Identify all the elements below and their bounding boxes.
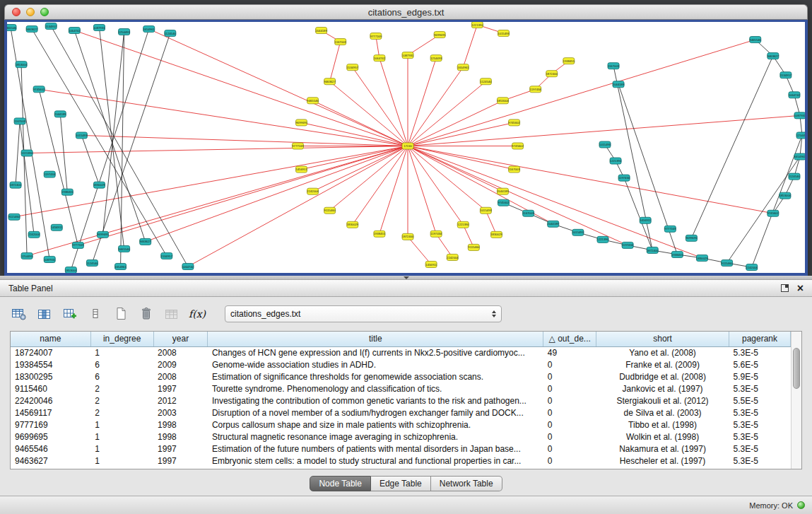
citation-edge-red[interactable] bbox=[330, 146, 408, 210]
graph-node[interactable]: 2242004 bbox=[746, 264, 758, 270]
graph-node[interactable]: 9699695 bbox=[295, 119, 307, 126]
graph-node[interactable]: 1064742 bbox=[69, 28, 81, 34]
graph-node[interactable]: 9699695 bbox=[434, 32, 446, 38]
graph-node[interactable]: 1872400 bbox=[647, 247, 659, 253]
scrollbar-thumb[interactable] bbox=[793, 348, 800, 389]
column-header-name[interactable]: name bbox=[11, 332, 90, 346]
function-builder-button[interactable]: f(x) bbox=[188, 305, 206, 322]
graph-node[interactable]: 1197434 bbox=[618, 175, 630, 181]
graph-node[interactable]: 1221390 bbox=[471, 22, 483, 28]
column-header-pagerank[interactable]: pagerank bbox=[729, 332, 791, 346]
graph-node[interactable]: 9465546 bbox=[118, 245, 130, 252]
graph-node[interactable]: 1534957 bbox=[45, 23, 57, 30]
graph-node[interactable]: 1087931 bbox=[93, 25, 105, 31]
citation-edge-red[interactable] bbox=[146, 146, 408, 241]
graph-node[interactable]: 1654961 bbox=[457, 64, 469, 71]
citation-edge-black[interactable] bbox=[99, 28, 124, 249]
graph-node[interactable]: 1064742 bbox=[374, 55, 386, 62]
graph-node[interactable]: 1872400 bbox=[546, 71, 558, 77]
citation-edge-black[interactable] bbox=[21, 64, 27, 256]
citation-edge-black[interactable] bbox=[60, 114, 67, 192]
citation-edge-red[interactable] bbox=[330, 81, 408, 146]
citation-edge-red[interactable] bbox=[301, 122, 408, 146]
graph-node[interactable]: 9777169 bbox=[370, 33, 382, 40]
graph-node[interactable]: 2044189 bbox=[315, 28, 327, 34]
citation-edge-black[interactable] bbox=[102, 32, 124, 235]
graph-node[interactable]: 9463627 bbox=[767, 53, 779, 59]
graph-node[interactable]: 1254493 bbox=[430, 55, 442, 62]
graph-node[interactable]: 1167003 bbox=[14, 118, 26, 124]
table-row[interactable]: 1938455462009Genome-wide association stu… bbox=[11, 358, 791, 370]
graph-node[interactable]: 1853004 bbox=[497, 98, 509, 104]
citation-edge-red[interactable] bbox=[149, 29, 408, 146]
citation-edge-red[interactable] bbox=[408, 58, 436, 146]
graph-node[interactable]: 2242004 bbox=[307, 188, 319, 194]
table-row[interactable]: 911546021997Tourette syndrome. Phenomeno… bbox=[11, 382, 791, 395]
graph-node[interactable]: 1197434 bbox=[622, 242, 634, 248]
graph-node[interactable]: 1456911 bbox=[51, 224, 63, 230]
citation-edge-black[interactable] bbox=[81, 135, 99, 185]
citation-edge-red[interactable] bbox=[463, 25, 477, 67]
graph-node[interactable]: 1124540 bbox=[165, 30, 177, 37]
graph-node[interactable]: 1853004 bbox=[65, 267, 77, 273]
tab-network-table[interactable]: Network Table bbox=[431, 476, 502, 491]
citation-edge-red[interactable] bbox=[408, 146, 502, 191]
citation-edge-red[interactable] bbox=[81, 135, 408, 146]
table-row[interactable]: 1872400712008Changes of HCN gene express… bbox=[11, 346, 791, 358]
graph-node[interactable]: 1221390 bbox=[597, 236, 609, 243]
graph-node[interactable]: 1015493 bbox=[599, 141, 611, 148]
graph-node[interactable]: 1938455 bbox=[563, 58, 575, 64]
citation-edge-red[interactable] bbox=[408, 237, 431, 264]
splitter-handle[interactable] bbox=[404, 276, 409, 279]
graph-node[interactable]: 1938455 bbox=[671, 251, 683, 257]
citation-edge-black[interactable] bbox=[20, 121, 34, 234]
graph-node[interactable]: 1087931 bbox=[794, 112, 805, 119]
table-row[interactable]: 2242004622012Investigating the contribut… bbox=[11, 395, 791, 407]
graph-node[interactable]: 1456911 bbox=[425, 261, 437, 267]
graph-node[interactable]: 9777169 bbox=[664, 226, 676, 232]
graph-node[interactable]: 9465546 bbox=[750, 37, 762, 43]
graph-node[interactable]: 1938455 bbox=[374, 230, 386, 237]
graph-node[interactable]: 1167003 bbox=[335, 39, 347, 45]
graph-node[interactable]: 1167003 bbox=[509, 166, 521, 173]
close-button[interactable] bbox=[12, 8, 20, 16]
citation-edge-red[interactable] bbox=[408, 146, 702, 257]
minimize-button[interactable] bbox=[26, 8, 35, 16]
citation-edge-red[interactable] bbox=[301, 146, 408, 169]
graph-node[interactable]: 1167003 bbox=[608, 63, 620, 69]
graph-node[interactable]: 1124540 bbox=[86, 259, 98, 266]
graph-node[interactable]: 1087931 bbox=[402, 52, 414, 59]
citation-edge-red[interactable] bbox=[188, 146, 408, 266]
graph-node[interactable]: 1456911 bbox=[295, 166, 307, 173]
graph-node[interactable]: 1830029 bbox=[347, 221, 359, 228]
graph-node[interactable]: 2242004 bbox=[447, 254, 459, 260]
graph-node[interactable]: 1197434 bbox=[530, 86, 542, 93]
graph-node[interactable]: 9745602 bbox=[767, 210, 779, 216]
table-row[interactable]: 946362711997Embryonic stem cells: a mode… bbox=[11, 455, 791, 467]
citation-edge-red[interactable] bbox=[408, 146, 486, 210]
graph-node[interactable]: 1015493 bbox=[572, 229, 584, 235]
citation-edge-red[interactable] bbox=[408, 146, 773, 213]
graph-node[interactable]: 1254493 bbox=[21, 252, 33, 259]
citation-edge-red[interactable] bbox=[408, 146, 463, 224]
graph-node[interactable]: 2044189 bbox=[497, 188, 509, 194]
table-row[interactable]: 1456911722003Disruption of a novel membe… bbox=[11, 407, 791, 419]
network-canvas[interactable]: 1724097456021167003204418910154931221390… bbox=[7, 22, 805, 273]
import-table-button[interactable] bbox=[163, 305, 181, 322]
citation-edge-red[interactable] bbox=[436, 234, 452, 257]
graph-node[interactable]: 9777169 bbox=[72, 242, 84, 248]
float-panel-button[interactable] bbox=[781, 284, 789, 292]
graph-node[interactable]: 1015493 bbox=[498, 30, 510, 37]
graph-node[interactable]: 1534957 bbox=[161, 252, 173, 259]
citation-edge-red[interactable] bbox=[408, 122, 514, 146]
graph-node[interactable]: 1872400 bbox=[402, 233, 414, 240]
graph-node[interactable]: 9463627 bbox=[324, 78, 336, 85]
rename-column-button[interactable] bbox=[86, 305, 105, 322]
graph-node[interactable]: 1064742 bbox=[182, 263, 194, 269]
graph-node[interactable]: 9463627 bbox=[26, 26, 38, 33]
close-panel-button[interactable]: × bbox=[797, 284, 804, 293]
tab-node-table[interactable]: Node Table bbox=[310, 476, 371, 491]
graph-node[interactable]: 9777169 bbox=[292, 143, 304, 149]
graph-node[interactable]: 1654961 bbox=[114, 263, 126, 269]
graph-node[interactable]: 9699695 bbox=[686, 235, 698, 241]
